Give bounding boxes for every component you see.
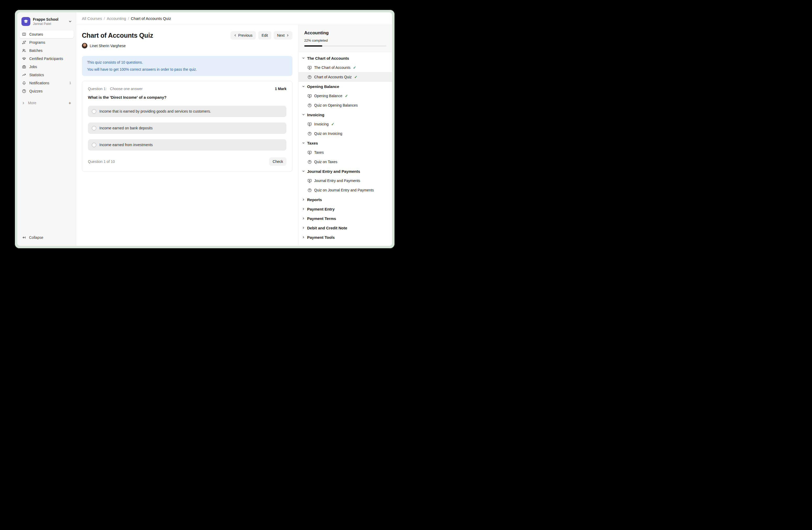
sidebar-more-label: More	[28, 101, 37, 105]
collapse-arrow-icon	[22, 235, 26, 240]
previous-button[interactable]: Previous	[231, 31, 256, 40]
question-marks: 1 Mark	[275, 87, 287, 91]
collapse-sidebar-button[interactable]: Collapse	[19, 233, 74, 242]
outline-item-lesson[interactable]: The Chart of Accounts ✓	[299, 63, 392, 72]
chevron-right-icon	[302, 217, 305, 220]
course-outline-panel: Accounting 22% completed The Chart of Ac…	[298, 25, 392, 246]
outline-item-label: Journal Entry and Payments	[314, 179, 360, 183]
edit-button[interactable]: Edit	[258, 31, 271, 40]
radio-icon[interactable]	[92, 143, 96, 147]
sidebar-item-programs[interactable]: Programs	[19, 38, 74, 46]
frappe-school-logo-icon	[21, 17, 30, 26]
quiz-notice-banner: This quiz consists of 10 questions. You …	[82, 56, 292, 76]
header-actions: Previous Edit Next	[231, 31, 292, 40]
option-row[interactable]: Income that is earned by providing goods…	[88, 106, 287, 117]
outline-item-quiz[interactable]: Quiz on Taxes	[299, 157, 392, 167]
collapse-label: Collapse	[29, 235, 43, 240]
workspace-switcher[interactable]: Frappe School Jannat Patel	[19, 16, 74, 30]
bell-icon	[22, 81, 26, 85]
workspace-labels: Frappe School Jannat Patel	[33, 17, 66, 26]
help-circle-icon	[22, 89, 26, 93]
outline-section-invoicing[interactable]: Invoicing	[299, 110, 392, 120]
briefcase-icon	[22, 65, 26, 69]
question-header: Question 1: Choose one answer 1 Mark	[88, 87, 287, 91]
trending-up-icon	[22, 73, 26, 77]
chevron-down-icon	[302, 170, 305, 172]
outline-item-label: Quiz on Opening Balances	[314, 103, 358, 107]
outline-section-reports[interactable]: Reports	[299, 195, 392, 204]
breadcrumb: All Courses / Accounting / Chart of Acco…	[82, 16, 171, 21]
chevron-left-icon	[234, 34, 236, 37]
quiz-icon	[307, 131, 312, 136]
option-row[interactable]: Income earned on bank deposits	[88, 123, 287, 134]
sidebar-spacer	[19, 107, 74, 233]
lesson-icon	[307, 179, 312, 183]
outline-item-lesson[interactable]: Journal Entry and Payments	[299, 176, 392, 185]
book-icon	[22, 32, 26, 37]
lesson-icon	[307, 94, 312, 98]
sidebar-item-jobs[interactable]: Jobs	[19, 62, 74, 71]
progress-track	[304, 45, 386, 46]
outline-section-taxes[interactable]: Taxes	[299, 138, 392, 148]
outline-section-payment-tools[interactable]: Payment Tools	[299, 233, 392, 242]
next-button[interactable]: Next	[274, 31, 292, 40]
sidebar-item-statistics[interactable]: Statistics	[19, 71, 74, 79]
breadcrumb-all-courses[interactable]: All Courses	[82, 16, 102, 21]
quiz-main-area: Chart of Accounts Quiz Previous Edit Nex…	[76, 25, 298, 246]
sidebar-more[interactable]: More +	[19, 99, 74, 107]
sidebar-item-label: Certified Participants	[29, 57, 63, 61]
breadcrumb-accounting[interactable]: Accounting	[107, 16, 126, 21]
breadcrumb-separator: /	[104, 16, 105, 21]
plus-icon[interactable]: +	[69, 101, 71, 105]
sidebar-item-quizzes[interactable]: Quizzes	[19, 87, 74, 95]
graduation-cap-icon	[22, 57, 26, 61]
outline-item-quiz[interactable]: Quiz on Opening Balances	[299, 100, 392, 110]
outline-item-lesson[interactable]: Opening Balance ✓	[299, 91, 392, 100]
check-button[interactable]: Check	[269, 157, 287, 166]
sidebar-item-certified-participants[interactable]: Certified Participants	[19, 54, 74, 62]
outline-item-lesson[interactable]: Invoicing ✓	[299, 120, 392, 129]
outline-section-opening-balance[interactable]: Opening Balance	[299, 82, 392, 91]
section-label: Taxes	[307, 141, 318, 145]
outline-section-debit-credit-note[interactable]: Debit and Credit Note	[299, 223, 392, 233]
previous-label: Previous	[238, 33, 252, 38]
section-label: Payment Tools	[307, 235, 335, 240]
option-row[interactable]: Income earned from investments	[88, 139, 287, 151]
sidebar-item-label: Statistics	[29, 73, 44, 77]
section-label: Payment Entry	[307, 207, 335, 211]
outline-item-lesson[interactable]: Taxes	[299, 148, 392, 157]
radio-icon[interactable]	[92, 126, 96, 130]
sidebar-item-courses[interactable]: Courses	[19, 30, 74, 38]
notice-line-2: You will have to get 100% correct answer…	[87, 67, 287, 72]
outline-tree: The Chart of Accounts The Chart of Accou…	[299, 52, 392, 245]
notice-line-1: This quiz consists of 10 questions.	[87, 60, 287, 65]
breadcrumb-separator: /	[128, 16, 129, 21]
sidebar-item-batches[interactable]: Batches	[19, 46, 74, 54]
outline-item-label: Opening Balance	[314, 94, 342, 98]
chevron-right-icon	[22, 102, 25, 104]
chevron-right-icon	[302, 236, 305, 239]
sidebar-item-notifications[interactable]: Notifications 1	[19, 79, 74, 87]
radio-icon[interactable]	[92, 109, 96, 114]
outline-section-chart-of-accounts[interactable]: The Chart of Accounts	[299, 53, 392, 63]
check-icon: ✓	[331, 122, 334, 126]
outline-section-payment-terms[interactable]: Payment Terms	[299, 214, 392, 223]
quiz-icon	[307, 75, 312, 79]
outline-item-quiz[interactable]: Quiz on Journal Entry and Payments	[299, 185, 392, 195]
outline-item-label: Taxes	[314, 150, 324, 154]
lesson-icon	[307, 150, 312, 155]
question-footer: Question 1 of 10 Check	[88, 157, 287, 166]
option-label: Income that is earned by providing goods…	[99, 109, 211, 113]
outline-section-payment-entry[interactable]: Payment Entry	[299, 204, 392, 214]
outline-item-quiz[interactable]: Quiz on Invoicing	[299, 129, 392, 138]
main-column: All Courses / Accounting / Chart of Acco…	[76, 12, 392, 246]
route-icon	[22, 40, 26, 44]
outline-section-journal-entry[interactable]: Journal Entry and Payments	[299, 167, 392, 176]
sidebar-item-label: Courses	[29, 32, 43, 37]
option-label: Income earned on bank deposits	[99, 126, 153, 130]
outline-item-quiz-active[interactable]: Chart of Accounts Quiz ✓	[299, 72, 392, 82]
author-name: Linet Sherin Varghese	[90, 44, 126, 48]
chevron-right-icon	[302, 208, 305, 210]
title-row: Chart of Accounts Quiz Previous Edit Nex…	[82, 31, 292, 40]
sidebar-item-label: Batches	[29, 48, 43, 53]
